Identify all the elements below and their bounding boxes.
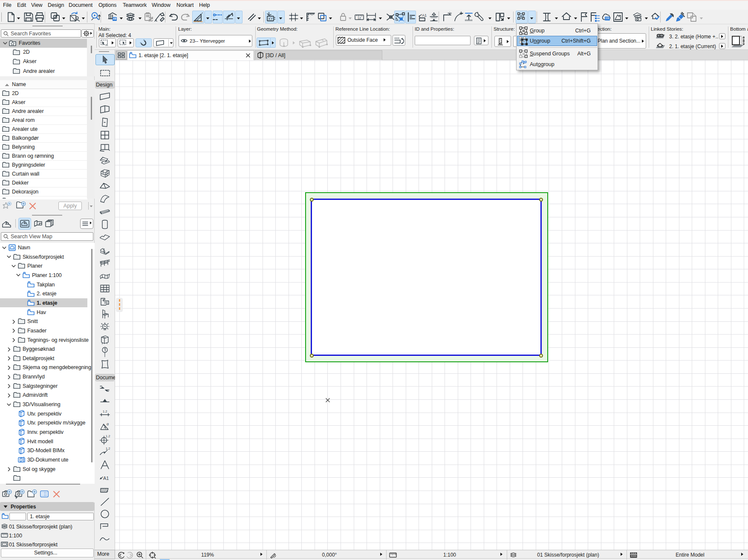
svg-text:A1: A1 xyxy=(422,13,427,17)
svg-text:1.2: 1.2 xyxy=(103,410,107,413)
svg-text:α: α xyxy=(107,422,109,426)
svg-text:XY: XY xyxy=(268,17,273,21)
svg-text:A1: A1 xyxy=(103,476,109,481)
svg-text:12: 12 xyxy=(358,17,361,20)
svg-text:1.2: 1.2 xyxy=(106,447,110,450)
svg-text:1.2: 1.2 xyxy=(106,434,110,438)
